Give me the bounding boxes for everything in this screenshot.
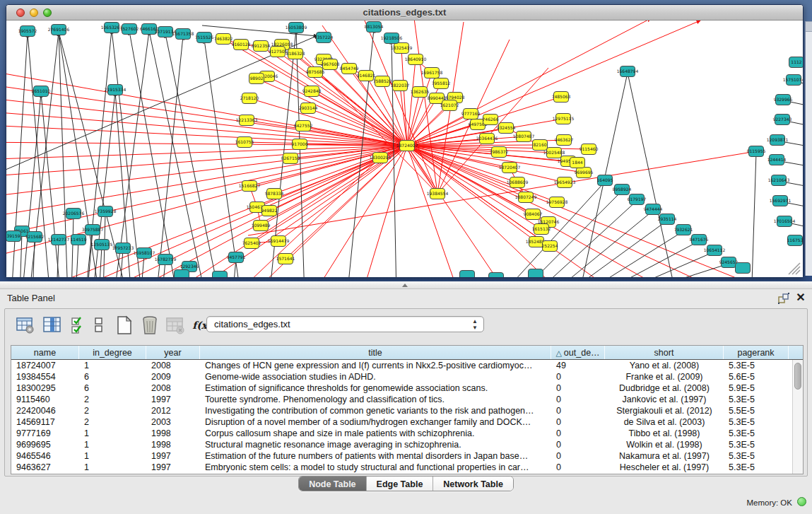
graph-node[interactable]: 12093871 [767,135,789,146]
graph-node[interactable]: 6179197 [628,194,647,205]
graph-node[interactable]: 12505135 [91,240,113,250]
table-cell[interactable]: Dudbridge et al. (2008) [605,382,724,394]
table-settings-icon[interactable] [15,315,36,336]
graph-edge[interactable] [99,246,102,277]
graph-node[interactable]: 7986372 [490,147,509,158]
table-cell[interactable]: 1997 [146,462,200,473]
graph-node[interactable]: 30975887 [82,225,104,235]
graph-node[interactable]: 19756928 [546,197,568,208]
table-row[interactable]: 946554611997Estimation of the future num… [11,450,803,462]
table-cell[interactable]: 1 [79,439,146,450]
graph-node[interactable]: 8427552 [294,121,313,132]
table-cell[interactable]: 1 [79,450,146,462]
table-row[interactable]: 1938455462009Genome-wide association stu… [11,371,803,382]
graph-node[interactable]: 15692971 [770,196,792,206]
table-cell[interactable]: 18300295 [11,382,79,394]
graph-node[interactable]: 7955812 [432,78,451,89]
table-selector-dropdown[interactable]: citations_edges.txt ▲▼ [206,316,484,332]
table-cell[interactable]: 2 [79,416,146,428]
graph-node[interactable]: 18640910 [405,54,427,65]
graph-node[interactable]: 9084067 [524,209,543,220]
graph-node[interactable]: 8813054 [365,22,384,33]
graph-node[interactable]: 746266 [483,115,499,125]
graph-node[interactable]: 17957233 [112,243,134,254]
graph-node[interactable]: 16914479 [268,236,290,247]
graph-node[interactable] [175,270,189,278]
graph-node[interactable]: 21915334 [105,85,126,95]
table-cell[interactable]: 0 [551,371,605,382]
table-cell[interactable]: 9465546 [11,450,79,462]
graph-node[interactable]: 1244414 [767,155,787,165]
graph-node[interactable]: 116753 [787,235,803,246]
graph-node[interactable]: 1610755 [235,137,254,148]
graph-node[interactable] [529,269,543,278]
table-row[interactable]: 1872400712008Changes of HCN gene express… [11,360,803,371]
table-cell[interactable]: 19384554 [11,371,79,382]
graph-edge[interactable] [22,93,41,277]
memory-indicator-icon[interactable] [797,497,806,506]
graph-edge[interactable] [407,146,510,277]
graph-edge[interactable] [71,215,73,277]
table-row[interactable]: 911546021997Tourette syndrome. Phenomeno… [11,394,803,405]
table-cell[interactable]: 5.3E-5 [724,462,789,473]
graph-node[interactable]: 12142737 [48,235,70,245]
graph-node[interactable]: 19654923 [554,177,576,188]
graph-node[interactable]: 9242848 [302,86,322,97]
graph-node[interactable]: 18300295 [370,153,392,163]
graph-node[interactable]: 2967608 [321,59,340,70]
graph-edge[interactable] [6,96,407,146]
network-window[interactable]: citations_edges.txt 18724007183002951938… [6,4,804,277]
graph-node[interactable]: 9699695 [575,168,594,178]
table-row[interactable]: 977716911998Corpus callosum shape and si… [11,428,803,439]
table-cell[interactable]: Yano et al. (2008) [605,360,724,371]
graph-node[interactable]: 7515526 [195,33,214,43]
graph-edge[interactable] [401,48,407,146]
table-cell[interactable]: 0 [551,439,605,450]
table-cell[interactable]: 1998 [146,439,200,450]
graph-node[interactable]: 98902 [249,74,264,84]
table-cell[interactable]: 0 [551,405,605,416]
table-cell[interactable]: 5.3E-5 [724,439,789,450]
table-cell[interactable]: Structural magnetic resonance image aver… [200,439,551,450]
table-cell[interactable]: 49 [551,360,605,371]
graph-node[interactable]: 12213363 [236,115,258,126]
table-cell[interactable]: Wolkin et al. (1998) [605,439,724,450]
table-cell[interactable]: 1 [79,428,146,439]
table-cell[interactable]: 5.9E-5 [724,382,789,394]
graph-node[interactable]: 16958107 [134,248,155,259]
create-column-icon[interactable] [114,315,135,336]
graph-node[interactable]: 18325419 [391,43,413,54]
table-cell[interactable]: 22420046 [11,405,79,416]
graph-node[interactable]: 1099489 [252,221,271,231]
table-cell[interactable]: Tourette syndrome. Phenomenology and cla… [200,394,551,405]
graph-node[interactable]: 18724007 [396,141,418,151]
graph-edge[interactable] [156,36,183,277]
table-cell[interactable]: 2003 [146,416,200,428]
graph-node[interactable] [489,273,504,278]
table-cell[interactable]: 0 [551,462,605,473]
table-cell[interactable]: 2009 [146,371,200,382]
table-cell[interactable]: Estimation of significance thresholds fo… [200,382,551,394]
column-header-short[interactable]: short [605,346,724,359]
graph-node[interactable]: 949822 [261,206,278,216]
table-row[interactable]: 946362711997Embryonic stem cells: a mode… [11,462,803,473]
graph-edge[interactable] [392,40,396,277]
graph-node[interactable]: 9474444 [644,204,663,215]
table-cell[interactable]: 5.3E-5 [724,416,789,428]
graph-node[interactable]: 1822037 [391,81,410,91]
column-header-name[interactable]: name [11,346,79,359]
table-cell[interactable]: 2 [79,394,146,405]
graph-edge[interactable] [547,211,653,277]
graph-node[interactable]: 8454749 [340,64,359,74]
graph-edge[interactable] [628,73,673,277]
graph-node[interactable] [736,263,751,274]
graph-node[interactable]: 10654112 [704,245,726,256]
graph-node[interactable]: 9127505 [269,47,288,57]
graph-node[interactable]: 8115955 [747,146,766,157]
graph-node[interactable]: 164095 [597,175,613,186]
graph-node[interactable]: 7463822 [214,34,233,45]
graph-node[interactable]: 10688609 [507,177,529,188]
table-cell[interactable]: 1 [79,360,146,371]
graph-edge[interactable] [407,146,679,277]
graph-node[interactable]: 5878334 [265,189,284,199]
